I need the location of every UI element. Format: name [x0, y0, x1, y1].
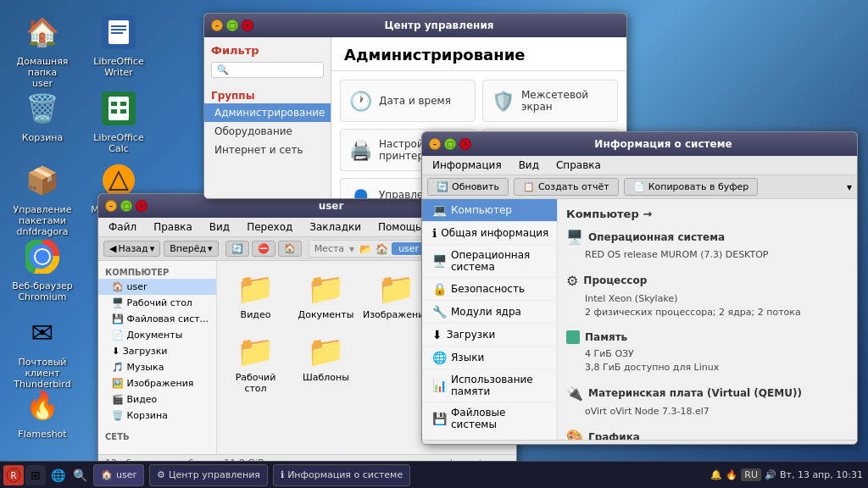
trash-icon: 🗑️ — [22, 88, 63, 129]
dnf-icon: 📦 — [22, 160, 63, 201]
minimize-button[interactable]: – — [211, 19, 223, 31]
fm-sidebar-filesystem[interactable]: 💾 Файловая сист... — [98, 311, 216, 327]
video-folder-icon: 📁 — [236, 271, 275, 307]
si-nav-kernel[interactable]: 🔧 Модули ядра — [422, 301, 557, 324]
si-copy-button[interactable]: 📄 Копировать в буфер — [624, 178, 759, 196]
fm-sidebar-desktop[interactable]: 🖥️ Рабочий стол — [98, 295, 216, 311]
taskbar-btn-user[interactable]: 🏠 user — [93, 464, 144, 486]
fm-home-button[interactable]: 🏠 — [278, 241, 302, 257]
si-minimize-button[interactable]: – — [429, 138, 441, 150]
si-report-button[interactable]: 📋 Создать отчёт — [514, 178, 619, 196]
fm-sidebar-trash[interactable]: 🗑️ Корзина — [98, 408, 216, 424]
fm-minimize-button[interactable]: – — [105, 200, 117, 212]
close-button[interactable]: ✕ — [242, 19, 253, 31]
fm-sidebar-docs[interactable]: 📄 Документы — [98, 327, 216, 343]
os-nav-icon: 🖥️ — [432, 254, 447, 268]
si-section-mobo: 🔌 Материнская плата (Virtual (QEMU)) oVi… — [566, 385, 849, 419]
fm-sidebar-downloads[interactable]: ⬇️ Загрузки — [98, 343, 216, 359]
cc-nav-hardware[interactable]: Оборудование — [204, 122, 331, 141]
fm-sidebar-music[interactable]: 🎵 Музыка — [98, 359, 216, 375]
tray-sound-icon[interactable]: 🔊 — [765, 469, 776, 480]
svg-rect-6 — [108, 97, 129, 120]
fm-sidebar-images[interactable]: 🖼️ Изображения — [98, 375, 216, 391]
search-icon: 🔍 — [217, 64, 229, 75]
chromium-icon — [22, 236, 63, 277]
fm-stop-button[interactable]: ⛔ — [252, 241, 275, 257]
si-nav-languages[interactable]: 🌐 Языки — [422, 347, 557, 369]
back-icon: ◀ — [109, 243, 116, 254]
fs-nav-icon: 💾 — [432, 412, 447, 425]
taskbar-search-icon[interactable]: 🔍 — [70, 465, 90, 485]
fm-menu-bookmarks[interactable]: Закладки — [306, 219, 364, 235]
maximize-button[interactable]: □ — [226, 19, 238, 31]
si-statusbar: Выполнено. — [422, 440, 857, 445]
tray-notification-icon[interactable]: 🔔 — [710, 469, 722, 480]
si-menu-info[interactable]: Информация — [429, 158, 505, 173]
fm-home-nav-icon: 🏠 — [376, 243, 388, 255]
fm-file-images[interactable]: 📁 Изображения — [364, 268, 428, 324]
cc-nav-network[interactable]: Интернет и сеть — [204, 141, 331, 159]
os-icon: 🖥️ — [566, 229, 583, 245]
si-nav-boot[interactable]: ⬇️ Загрузки — [422, 324, 557, 347]
si-nav-fs[interactable]: 💾 Файловые системы — [422, 402, 557, 435]
si-menu-help[interactable]: Справка — [553, 158, 604, 173]
si-nav-general[interactable]: ℹ️ Общая информация — [422, 222, 557, 245]
desktop-icon-home[interactable]: 🏠 Домашняя папкаuser — [8, 8, 76, 92]
forward-label: Вперёд — [170, 243, 206, 254]
cc-search-input[interactable] — [232, 65, 309, 75]
fm-file-desktop[interactable]: 📁 Рабочий стол — [224, 330, 287, 397]
si-close-button[interactable]: ✕ — [459, 138, 471, 150]
si-nav-security[interactable]: 🔒 Безопасность — [422, 278, 557, 301]
si-maximize-button[interactable]: □ — [444, 138, 456, 150]
si-nav-os[interactable]: 🖥️ Операционная система — [422, 245, 557, 278]
fm-menu-file[interactable]: Файл — [105, 219, 140, 235]
fm-menu-go[interactable]: Переход — [243, 219, 296, 235]
si-toolbar-arrow[interactable]: ▾ — [847, 181, 852, 193]
fm-file-docs[interactable]: 📁 Документы — [294, 268, 358, 324]
desktop-icon-flameshot[interactable]: 🔥 Flameshot — [8, 381, 76, 443]
taskbar-grid-icon[interactable]: ⊞ — [25, 465, 46, 485]
desktop-icon-chromium[interactable]: Веб-браузерChromium — [8, 233, 76, 306]
fm-sidebar-user[interactable]: 🏠 user — [98, 279, 216, 295]
tray-flame-icon[interactable]: 🔥 — [726, 469, 737, 480]
fm-reload-button[interactable]: 🔄 — [225, 241, 249, 257]
si-memory-title: Память — [566, 330, 849, 344]
si-memory-info2: 3,8 ГиБ доступно для Linux — [566, 361, 849, 375]
fm-sidebar-video[interactable]: 🎬 Видео — [98, 391, 216, 408]
si-nav-display[interactable]: 🖥️ Дисплей — [422, 435, 557, 440]
fm-menu-edit[interactable]: Правка — [150, 219, 196, 235]
si-nav-memory[interactable]: 📊 Использование памяти — [422, 369, 557, 402]
si-nav-computer[interactable]: 💻 Компьютер — [422, 199, 557, 222]
fm-forward-button[interactable]: Вперёд ▾ — [164, 241, 218, 257]
cc-item-datetime[interactable]: 🕐 Дата и время — [340, 80, 476, 122]
fm-close-button[interactable]: ✕ — [136, 200, 147, 212]
fm-menu-view[interactable]: Вид — [206, 219, 233, 235]
cc-nav-admin[interactable]: Администрирование — [204, 103, 331, 122]
fm-menu-help[interactable]: Помощь — [375, 219, 425, 235]
desktop-icon-writer[interactable]: LibreOffice Writer — [85, 8, 153, 81]
tray-lang-indicator[interactable]: RU — [741, 469, 761, 481]
fm-file-video[interactable]: 📁 Видео — [224, 268, 287, 324]
fm-file-templates[interactable]: 📁 Шаблоны — [294, 330, 358, 397]
si-nav-os-label: Операционная система — [451, 249, 550, 273]
desktop-icon-dnf[interactable]: 📦 Управлениепакетами dnfdragora — [8, 157, 76, 241]
si-toolbar: 🔄 Обновить 📋 Создать отчёт 📄 Копировать … — [422, 175, 857, 199]
taskbar-browser-icon[interactable]: 🌐 — [47, 465, 68, 485]
taskbar-red-icon[interactable]: R — [3, 465, 24, 485]
cc-search-box[interactable]: 🔍 — [211, 62, 324, 78]
fm-maximize-button[interactable]: □ — [120, 200, 132, 212]
taskbar-btn-sysinfo[interactable]: ℹ️ Информация о системе — [273, 464, 410, 486]
fm-back-button[interactable]: ◀ Назад ▾ — [103, 241, 160, 257]
taskbar-btn-control[interactable]: ⚙️ Центр управления — [149, 464, 268, 486]
writer-icon — [98, 12, 139, 53]
si-refresh-label: Обновить — [452, 181, 499, 192]
desktop-icon-trash[interactable]: 🗑️ Корзина — [8, 85, 76, 147]
clock-icon: 🕐 — [349, 91, 372, 112]
si-refresh-button[interactable]: 🔄 Обновить — [427, 178, 509, 196]
desktop-icon-calc[interactable]: LibreOffice Calc — [85, 85, 153, 158]
cc-item-firewall[interactable]: 🛡️ Межсетевой экран — [482, 80, 618, 122]
si-menu-view[interactable]: Вид — [515, 158, 542, 173]
firewall-icon: 🛡️ — [492, 91, 515, 112]
kernel-nav-icon: 🔧 — [432, 305, 447, 319]
si-os-info: RED OS release MUROM (7.3) DESKTOP — [566, 248, 849, 263]
